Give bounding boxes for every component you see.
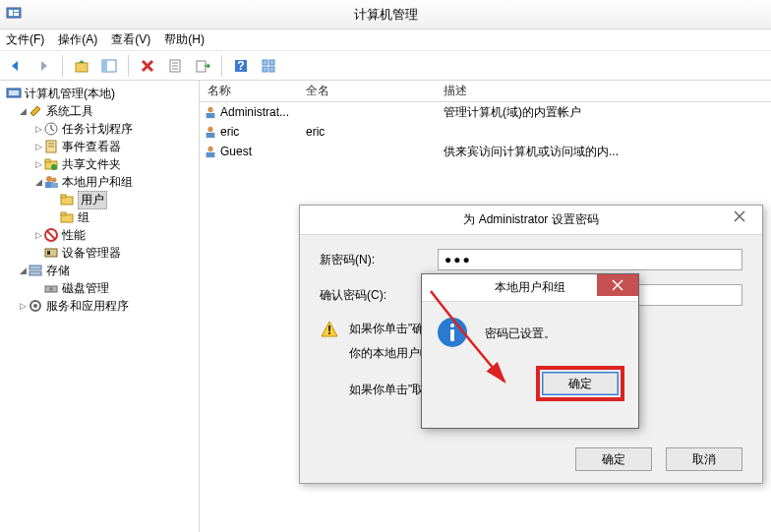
- menu-view[interactable]: 查看(V): [111, 31, 150, 48]
- svg-rect-30: [51, 183, 58, 188]
- svg-rect-16: [263, 67, 267, 72]
- expand-arrow-icon: ◢: [18, 266, 28, 275]
- svg-text:!: !: [327, 324, 331, 337]
- tree-groups[interactable]: 组: [45, 208, 197, 226]
- svg-rect-32: [61, 195, 66, 198]
- menu-help[interactable]: 帮助(H): [164, 31, 205, 48]
- new-password-label: 新密码(N):: [320, 252, 438, 268]
- svg-line-36: [47, 231, 55, 239]
- device-icon: [43, 245, 59, 261]
- expand-arrow-icon: ◢: [18, 106, 28, 116]
- tree-system-tools[interactable]: ◢系统工具: [14, 102, 197, 120]
- ok-button[interactable]: 确定: [542, 372, 619, 395]
- col-name[interactable]: 名称: [200, 83, 298, 99]
- svg-point-26: [51, 164, 57, 170]
- svg-rect-38: [47, 251, 50, 255]
- event-icon: [43, 139, 59, 154]
- storage-icon: [28, 263, 43, 278]
- svg-rect-40: [30, 271, 41, 275]
- app-icon: [6, 6, 22, 22]
- show-hide-tree-button[interactable]: [97, 54, 121, 78]
- tree-label: 存储: [46, 263, 70, 279]
- password-set-msgbox: 本地用户和组 密码已设置。 确定: [421, 273, 639, 429]
- tree-label: 用户: [78, 191, 107, 209]
- tree-device-manager[interactable]: 设备管理器: [30, 244, 197, 262]
- cancel-button[interactable]: 取消: [666, 447, 742, 471]
- list-row[interactable]: Guest供来宾访问计算机或访问域的内...: [200, 142, 771, 161]
- list-row[interactable]: Administrat...管理计算机(域)的内置帐户: [200, 102, 771, 122]
- forward-button[interactable]: [31, 54, 55, 78]
- svg-rect-39: [30, 266, 41, 269]
- menu-action[interactable]: 操作(A): [58, 31, 97, 48]
- svg-rect-14: [263, 60, 267, 65]
- svg-rect-11: [197, 61, 206, 72]
- svg-point-47: [208, 127, 212, 132]
- close-button[interactable]: [717, 206, 762, 227]
- svg-rect-34: [61, 212, 66, 215]
- tree-performance[interactable]: ▷性能: [30, 226, 197, 244]
- export-button[interactable]: [191, 54, 214, 78]
- computer-icon: [6, 86, 22, 101]
- expand-arrow-icon: ▷: [33, 230, 43, 240]
- back-button[interactable]: [4, 54, 28, 78]
- svg-rect-6: [102, 60, 107, 72]
- tree-label: 系统工具: [46, 103, 93, 120]
- tree-label: 组: [78, 209, 89, 226]
- svg-rect-25: [45, 159, 50, 162]
- users-icon: [43, 174, 59, 190]
- user-icon: [204, 125, 217, 139]
- menu-file[interactable]: 文件(F): [6, 31, 44, 48]
- new-password-input[interactable]: [438, 249, 742, 270]
- folder-icon: [59, 192, 75, 207]
- row-name: eric: [220, 125, 239, 139]
- info-icon: [436, 316, 469, 352]
- tree-users[interactable]: 用户: [45, 191, 197, 208]
- svg-rect-48: [207, 133, 215, 138]
- properties-button[interactable]: [163, 54, 187, 78]
- clock-icon: [43, 121, 59, 137]
- window-title: 计算机管理: [354, 6, 418, 24]
- help-button[interactable]: ?: [229, 54, 253, 78]
- msgbox-title: 本地用户和组: [495, 279, 565, 296]
- tree-pane: 计算机管理(本地) ◢系统工具 ▷任务计划程序 ▷事件查看器 ▷共享文件夹 ◢本…: [0, 81, 200, 532]
- user-icon: [204, 145, 217, 158]
- tree-shared-folders[interactable]: ▷共享文件夹: [30, 155, 197, 173]
- annotation-highlight: 确定: [536, 366, 624, 401]
- msgbox-titlebar[interactable]: 本地用户和组: [422, 274, 638, 302]
- row-fullname: eric: [298, 125, 436, 139]
- svg-point-29: [52, 178, 57, 183]
- tree-label: 磁盘管理: [62, 280, 109, 297]
- list-row[interactable]: ericeric: [200, 122, 771, 142]
- tree-root[interactable]: 计算机管理(本地): [2, 85, 197, 102]
- svg-text:?: ?: [237, 59, 244, 73]
- expand-arrow-icon: ◢: [33, 177, 43, 187]
- col-desc[interactable]: 描述: [436, 83, 771, 99]
- row-name: Guest: [220, 145, 252, 158]
- tree-label: 共享文件夹: [62, 156, 121, 173]
- col-fullname[interactable]: 全名: [298, 83, 436, 99]
- svg-rect-54: [450, 329, 454, 341]
- tree-local-users-groups[interactable]: ◢本地用户和组: [30, 173, 197, 191]
- expand-arrow-icon: ▷: [18, 301, 28, 311]
- close-button[interactable]: [597, 274, 638, 296]
- svg-point-45: [208, 107, 212, 112]
- menubar: 文件(F) 操作(A) 查看(V) 帮助(H): [0, 30, 771, 51]
- svg-rect-50: [207, 152, 215, 157]
- ok-button[interactable]: 确定: [575, 447, 652, 471]
- expand-arrow-icon: ▷: [33, 142, 43, 151]
- tree-storage[interactable]: ◢存储: [14, 262, 197, 279]
- svg-point-44: [33, 304, 37, 308]
- up-button[interactable]: [70, 54, 93, 78]
- tree-event-viewer[interactable]: ▷事件查看器: [30, 138, 197, 155]
- tile-button[interactable]: [257, 54, 280, 78]
- tree-services-apps[interactable]: ▷服务和应用程序: [14, 297, 197, 315]
- tree-label: 计算机管理(本地): [25, 86, 115, 102]
- tree-label: 服务和应用程序: [46, 298, 129, 315]
- svg-point-42: [49, 287, 53, 291]
- dialog-titlebar[interactable]: 为 Administrator 设置密码: [300, 206, 762, 235]
- tree-task-scheduler[interactable]: ▷任务计划程序: [30, 120, 197, 138]
- delete-button[interactable]: [136, 54, 159, 78]
- tree-disk-mgmt[interactable]: 磁盘管理: [30, 279, 197, 297]
- svg-rect-17: [269, 67, 274, 72]
- svg-rect-15: [269, 60, 274, 65]
